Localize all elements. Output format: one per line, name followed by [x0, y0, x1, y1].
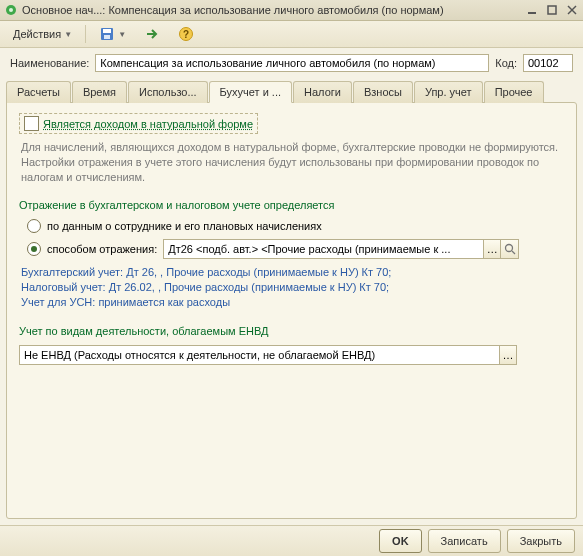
envd-select-button[interactable]: …	[499, 345, 517, 365]
header-row: Наименование: Код:	[0, 48, 583, 78]
reflection-section-title: Отражение в бухгалтерском и налоговом уч…	[19, 199, 564, 211]
tab-taxes[interactable]: Налоги	[293, 81, 352, 103]
tab-page: Является доходом в натуральной форме Для…	[6, 102, 577, 519]
search-icon	[504, 243, 516, 255]
minimize-button[interactable]	[525, 3, 539, 17]
name-field[interactable]	[95, 54, 489, 72]
svg-rect-8	[104, 35, 110, 39]
svg-rect-7	[103, 29, 111, 33]
footer: OK Записать Закрыть	[0, 525, 583, 556]
app-icon	[4, 3, 18, 17]
tab-other[interactable]: Прочее	[484, 81, 544, 103]
radio-by-method-label: способом отражения:	[47, 243, 157, 255]
svg-rect-3	[548, 6, 556, 14]
actions-menu[interactable]: Действия▼	[6, 23, 79, 45]
svg-rect-2	[528, 12, 536, 14]
window-title: Основное нач...: Компенсация за использо…	[22, 4, 525, 16]
tab-contributions[interactable]: Взносы	[353, 81, 413, 103]
chevron-down-icon: ▼	[118, 30, 126, 39]
diskette-icon	[99, 26, 115, 42]
svg-point-1	[9, 8, 13, 12]
radio-by-method[interactable]	[27, 242, 41, 256]
natural-income-hint: Для начислений, являющихся доходом в нат…	[21, 140, 562, 185]
svg-point-11	[505, 244, 512, 251]
ok-button[interactable]: OK	[379, 529, 422, 553]
code-label: Код:	[495, 57, 517, 69]
ellipsis-icon: …	[487, 243, 498, 255]
chevron-down-icon: ▼	[64, 30, 72, 39]
accounting-info: Бухгалтерский учет: Дт 26, , Прочие расх…	[21, 265, 564, 311]
close-button-footer[interactable]: Закрыть	[507, 529, 575, 553]
svg-line-12	[512, 251, 515, 254]
close-button[interactable]	[565, 3, 579, 17]
method-field[interactable]	[163, 239, 483, 259]
maximize-button[interactable]	[545, 3, 559, 17]
method-lookup-button[interactable]	[501, 239, 519, 259]
tab-accounting[interactable]: Бухучет и ...	[209, 81, 292, 103]
envd-field[interactable]	[19, 345, 499, 365]
separator	[85, 25, 86, 43]
method-select-button[interactable]: …	[483, 239, 501, 259]
toolbar: Действия▼ ▼ ?	[0, 21, 583, 48]
radio-by-employee[interactable]	[27, 219, 41, 233]
tab-bar: Расчеты Время Использо... Бухучет и ... …	[0, 80, 583, 102]
ellipsis-icon: …	[503, 349, 514, 361]
svg-text:?: ?	[183, 29, 189, 40]
name-label: Наименование:	[10, 57, 89, 69]
method-combo: …	[163, 239, 519, 259]
tab-calculations[interactable]: Расчеты	[6, 81, 71, 103]
go-button[interactable]	[137, 23, 167, 45]
tab-usage[interactable]: Использо...	[128, 81, 208, 103]
save-button[interactable]: ▼	[92, 23, 133, 45]
radio-by-employee-label: по данным о сотруднике и его плановых на…	[47, 220, 322, 232]
envd-combo: …	[19, 345, 564, 365]
help-button[interactable]: ?	[171, 23, 201, 45]
arrow-right-icon	[144, 26, 160, 42]
envd-section-title: Учет по видам деятельности, облагаемым Е…	[19, 325, 564, 337]
tab-time[interactable]: Время	[72, 81, 127, 103]
write-button[interactable]: Записать	[428, 529, 501, 553]
titlebar: Основное нач...: Компенсация за использо…	[0, 0, 583, 21]
help-icon: ?	[178, 26, 194, 42]
tab-mgmt[interactable]: Упр. учет	[414, 81, 483, 103]
code-field[interactable]	[523, 54, 573, 72]
natural-income-label[interactable]: Является доходом в натуральной форме	[43, 118, 253, 130]
natural-income-checkbox[interactable]	[24, 116, 39, 131]
